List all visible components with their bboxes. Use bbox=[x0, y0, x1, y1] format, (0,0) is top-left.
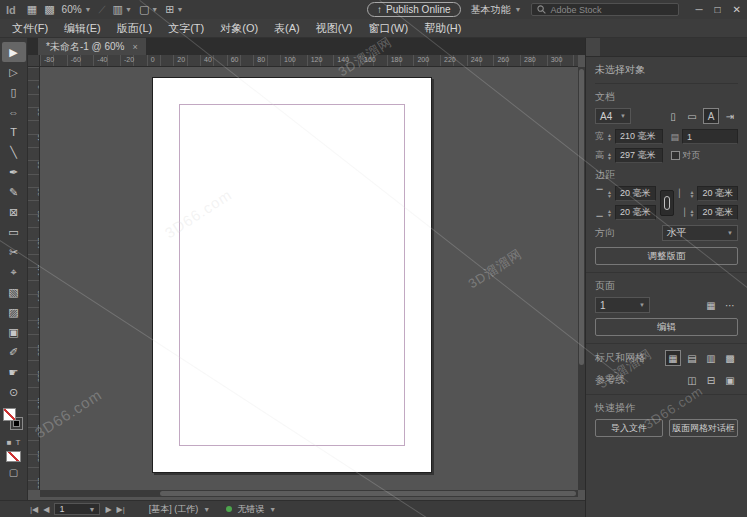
edit-pages-button[interactable]: 编辑 bbox=[595, 318, 738, 336]
next-page-button[interactable]: ▶ bbox=[105, 505, 111, 514]
gradient-feather-tool[interactable]: ▨ bbox=[2, 302, 26, 322]
stepper-icon[interactable]: ▲▼ bbox=[607, 209, 612, 217]
chevron-down-icon: ▼ bbox=[125, 6, 132, 13]
menu-item[interactable]: 窗口(W) bbox=[360, 19, 416, 38]
current-page-dropdown[interactable]: 1 ▼ bbox=[595, 297, 650, 313]
menu-item[interactable]: 版面(L) bbox=[109, 19, 160, 38]
formatting-affects-container-icon[interactable]: ■ bbox=[7, 438, 12, 447]
show-rulers-button[interactable]: ▦ bbox=[665, 350, 681, 366]
show-guides-button[interactable]: ◫ bbox=[684, 372, 700, 388]
selection-tool[interactable]: ▶ bbox=[2, 42, 26, 62]
workspace-switcher[interactable]: 基本功能 ▼ bbox=[471, 3, 522, 17]
document-tab[interactable]: *未命名-1 @ 60% × bbox=[38, 38, 146, 55]
rectangle-tool[interactable]: ▭ bbox=[2, 222, 26, 242]
stepper-icon[interactable]: ▲▼ bbox=[607, 133, 612, 141]
note-tool[interactable]: ▣ bbox=[2, 322, 26, 342]
horizontal-ruler[interactable]: -80-60-40-200204060801001201401601802002… bbox=[40, 55, 578, 67]
zoom-level-dropdown[interactable]: 60% ▼ bbox=[62, 4, 92, 15]
screen-mode-toggle[interactable]: ▢ bbox=[9, 467, 18, 478]
margin-top-field[interactable]: 20 毫米 bbox=[615, 186, 656, 201]
writing-direction-horizontal-button[interactable]: A bbox=[703, 108, 719, 124]
horizontal-scrollbar[interactable] bbox=[40, 490, 578, 497]
scissors-tool[interactable]: ✂ bbox=[2, 242, 26, 262]
menu-item[interactable]: 文件(F) bbox=[4, 19, 56, 38]
hand-tool[interactable]: ☛ bbox=[2, 362, 26, 382]
pen-tool[interactable]: ✒ bbox=[2, 162, 26, 182]
page-tool[interactable]: ▯ bbox=[2, 82, 26, 102]
writing-direction-vertical-button[interactable]: ⇥ bbox=[722, 108, 738, 124]
layout-grid-button[interactable]: ▩ bbox=[722, 350, 738, 366]
add-page-button[interactable]: ▦ bbox=[703, 297, 719, 313]
menu-item[interactable]: 表(A) bbox=[266, 19, 308, 38]
menu-item[interactable]: 编辑(E) bbox=[56, 19, 109, 38]
lock-guides-button[interactable]: ⊟ bbox=[703, 372, 719, 388]
fill-swatch-none[interactable] bbox=[3, 408, 16, 421]
margin-bottom-field[interactable]: 20 毫米 bbox=[615, 205, 656, 220]
chevron-down-icon[interactable]: ▼ bbox=[269, 506, 276, 513]
close-icon[interactable]: × bbox=[133, 42, 138, 52]
first-page-button[interactable]: |◀ bbox=[30, 505, 38, 514]
stepper-icon[interactable]: ▲▼ bbox=[690, 190, 695, 198]
document-grid-button[interactable]: ▥ bbox=[703, 350, 719, 366]
bridge-icon[interactable]: ▦ bbox=[27, 3, 37, 16]
facing-pages-checkbox[interactable] bbox=[671, 151, 680, 160]
baseline-grid-button[interactable]: ▤ bbox=[684, 350, 700, 366]
publish-online-button[interactable]: ↑ Publish Online bbox=[367, 2, 460, 17]
panel-tab[interactable] bbox=[600, 38, 614, 56]
arrange-documents-dropdown[interactable]: ⊞ ▼ bbox=[165, 3, 183, 16]
document-page[interactable] bbox=[152, 77, 432, 473]
view-options-dropdown[interactable]: ▥ ▼ bbox=[113, 3, 132, 16]
ruler-corner[interactable] bbox=[28, 55, 40, 67]
orientation-landscape-button[interactable]: ▭ bbox=[684, 108, 700, 124]
panel-tab[interactable] bbox=[614, 38, 628, 56]
rectangle-frame-tool[interactable]: ⊠ bbox=[2, 202, 26, 222]
maximize-button[interactable]: □ bbox=[715, 4, 721, 15]
menu-item[interactable]: 视图(V) bbox=[308, 19, 361, 38]
zoom-tool[interactable]: ⊙ bbox=[2, 382, 26, 402]
pages-count-field[interactable]: 1 bbox=[682, 129, 738, 144]
import-file-button[interactable]: 导入文件 bbox=[595, 419, 663, 437]
type-tool[interactable]: T bbox=[2, 122, 26, 142]
height-field[interactable]: 297 毫米 bbox=[615, 148, 663, 163]
apply-none-button[interactable] bbox=[6, 451, 21, 462]
page-size-dropdown[interactable]: A4 ▼ bbox=[595, 108, 631, 124]
vertical-scrollbar-thumb[interactable] bbox=[579, 69, 584, 365]
previous-page-button[interactable]: ◀ bbox=[43, 505, 49, 514]
free-transform-tool[interactable]: ⌖ bbox=[2, 262, 26, 282]
horizontal-scrollbar-thumb[interactable] bbox=[160, 491, 576, 496]
line-tool[interactable]: ╲ bbox=[2, 142, 26, 162]
formatting-affects-text-icon[interactable]: T bbox=[15, 438, 20, 447]
pencil-tool[interactable]: ✎ bbox=[2, 182, 26, 202]
menu-item[interactable]: 对象(O) bbox=[212, 19, 266, 38]
close-button[interactable]: ✕ bbox=[733, 4, 741, 15]
direction-dropdown[interactable]: 水平 ▼ bbox=[662, 225, 739, 241]
panel-tab[interactable] bbox=[586, 38, 600, 56]
menu-item[interactable]: 帮助(H) bbox=[416, 19, 469, 38]
stepper-icon[interactable]: ▲▼ bbox=[607, 190, 612, 198]
preflight-profile[interactable]: [基本] (工作) bbox=[149, 503, 199, 516]
direct-selection-tool[interactable]: ▷ bbox=[2, 62, 26, 82]
stepper-icon[interactable]: ▲▼ bbox=[607, 152, 612, 160]
vertical-ruler[interactable]: 0204060801001201401601802002202402602803… bbox=[28, 67, 40, 490]
width-field[interactable]: 210 毫米 bbox=[615, 129, 663, 144]
link-margins-button[interactable] bbox=[660, 190, 674, 216]
smart-guides-button[interactable]: ▣ bbox=[722, 372, 738, 388]
search-input[interactable]: Adobe Stock bbox=[531, 3, 679, 16]
orientation-portrait-button[interactable]: ▯ bbox=[665, 108, 681, 124]
adjust-layout-button[interactable]: 调整版面 bbox=[595, 247, 738, 265]
eyedropper-tool[interactable]: ✐ bbox=[2, 342, 26, 362]
page-options-button[interactable]: ⋯ bbox=[722, 297, 738, 313]
stepper-icon[interactable]: ▲▼ bbox=[690, 209, 695, 217]
margin-outside-field[interactable]: 20 毫米 bbox=[697, 205, 738, 220]
vertical-scrollbar[interactable] bbox=[578, 67, 585, 490]
screen-mode-dropdown[interactable]: ▢ ▼ bbox=[139, 3, 158, 16]
layout-grid-dialog-button[interactable]: 版面网格对话框 bbox=[669, 419, 738, 437]
margin-inside-field[interactable]: 20 毫米 bbox=[697, 186, 738, 201]
last-page-button[interactable]: ▶| bbox=[117, 505, 125, 514]
menu-item[interactable]: 文字(T) bbox=[160, 19, 212, 38]
minimize-button[interactable]: ─ bbox=[695, 4, 702, 15]
stock-icon[interactable]: ▩ bbox=[44, 3, 54, 16]
gap-tool[interactable]: ⇔ bbox=[2, 102, 26, 122]
page-number-dropdown[interactable]: 1 ▼ bbox=[54, 503, 100, 515]
gradient-tool[interactable]: ▧ bbox=[2, 282, 26, 302]
